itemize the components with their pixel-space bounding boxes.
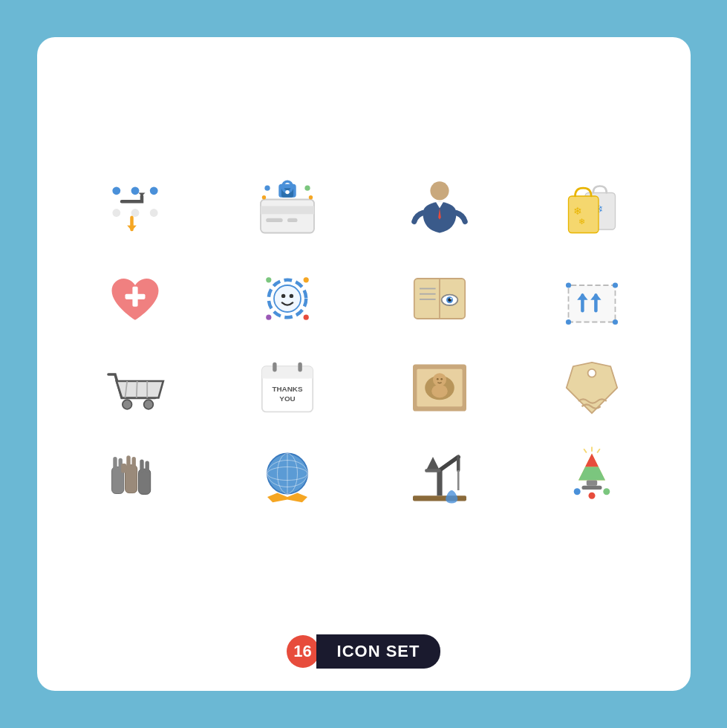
globe-icon [219, 443, 356, 510]
svg-point-46 [613, 319, 618, 325]
svg-rect-25 [125, 294, 146, 299]
svg-rect-56 [273, 363, 276, 372]
svg-point-67 [588, 369, 596, 377]
svg-point-14 [264, 186, 270, 191]
svg-rect-8 [266, 218, 283, 222]
svg-rect-6 [261, 200, 314, 233]
shopping-bag-icon: ❄ ❄ ❄ [524, 176, 661, 243]
svg-marker-91 [585, 454, 599, 467]
svg-text:THANKS: THANKS [272, 385, 303, 393]
svg-point-66 [440, 378, 443, 380]
svg-rect-72 [140, 460, 143, 473]
svg-point-96 [589, 493, 596, 499]
secure-payment-icon [219, 176, 356, 243]
svg-rect-43 [569, 285, 616, 322]
svg-line-100 [584, 449, 587, 452]
svg-text:YOU: YOU [279, 394, 295, 403]
svg-point-2 [150, 186, 158, 195]
svg-rect-77 [121, 464, 126, 473]
svg-point-64 [431, 385, 448, 398]
svg-point-13 [285, 190, 289, 194]
svg-rect-7 [261, 207, 314, 215]
svg-point-97 [603, 488, 610, 495]
svg-point-51 [123, 400, 132, 409]
svg-point-33 [290, 294, 293, 298]
svg-point-52 [144, 400, 154, 409]
svg-point-17 [309, 195, 313, 199]
ultrasound-icon [371, 354, 509, 421]
svg-point-45 [613, 282, 618, 287]
svg-point-95 [574, 488, 581, 495]
svg-point-5 [150, 209, 158, 217]
svg-point-42 [450, 298, 451, 299]
thanks-calendar-icon: THANKS YOU [219, 354, 356, 421]
svg-point-44 [566, 282, 571, 287]
svg-rect-93 [587, 481, 597, 486]
svg-point-32 [281, 294, 285, 298]
svg-point-1 [131, 186, 140, 195]
svg-rect-74 [125, 465, 137, 493]
svg-point-16 [262, 195, 266, 199]
svg-point-27 [274, 285, 301, 312]
svg-rect-73 [146, 461, 149, 472]
svg-rect-55 [262, 374, 313, 378]
svg-rect-76 [132, 457, 136, 469]
price-tag-icon [524, 354, 661, 421]
icons-grid: ❄ ❄ ❄ [67, 67, 661, 620]
svg-marker-86 [426, 457, 440, 470]
svg-rect-9 [287, 218, 298, 222]
svg-point-15 [304, 186, 310, 191]
svg-point-28 [266, 277, 271, 282]
sort-filter-icon [67, 176, 204, 243]
svg-rect-87 [425, 469, 441, 472]
svg-point-30 [304, 315, 309, 320]
svg-point-65 [437, 378, 439, 380]
svg-point-3 [112, 209, 120, 217]
svg-point-0 [112, 186, 120, 195]
cart-icon [67, 354, 204, 421]
svg-point-31 [266, 315, 271, 320]
svg-point-29 [304, 277, 309, 282]
svg-rect-57 [298, 363, 301, 372]
heart-cross-icon [67, 265, 204, 332]
settings-smiley-icon [219, 265, 356, 332]
svg-rect-84 [437, 470, 442, 495]
svg-point-18 [430, 181, 449, 200]
svg-point-4 [131, 209, 140, 217]
hands-icon [67, 443, 204, 510]
svg-line-49 [137, 381, 137, 398]
main-card: ❄ ❄ ❄ [37, 37, 691, 691]
badge-number: 16 [287, 635, 319, 668]
svg-marker-92 [578, 467, 605, 481]
svg-line-85 [440, 457, 458, 470]
svg-line-99 [597, 449, 600, 452]
oil-pump-icon [371, 443, 509, 510]
badge-label: ICON SET [316, 634, 441, 669]
svg-rect-94 [582, 486, 602, 490]
svg-text:❄: ❄ [578, 217, 585, 226]
badge-bar: 16 ICON SET [287, 634, 441, 669]
lamp-icon [524, 443, 661, 510]
svg-rect-83 [413, 495, 466, 501]
svg-rect-75 [126, 455, 130, 469]
svg-point-47 [566, 319, 571, 325]
svg-text:❄: ❄ [573, 205, 582, 217]
person-icon [371, 176, 509, 243]
svg-rect-71 [139, 469, 151, 494]
svg-rect-69 [113, 457, 117, 470]
upload-icon [524, 265, 661, 332]
book-eye-icon [371, 265, 509, 332]
